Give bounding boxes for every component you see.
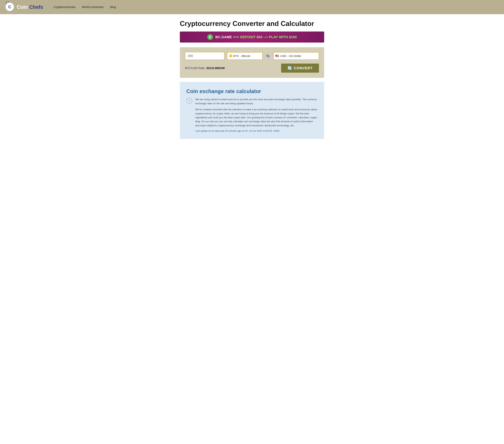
info-box: Coin exchange rate calculator i We are u… [180,82,324,139]
logo-link[interactable]: 🍳 C Coin Chefs [5,2,43,12]
nav-world-currencies[interactable]: World currencies [82,5,104,9]
converter-box: 🟡 BTC - Bitcoin ETH - Ethereum LTC - Lit… [180,47,324,78]
banner-text: BC.GAME ==> DEPOSIT $80 --> PLAY WITH $1… [215,35,297,39]
info-content: i We are using various trusted sources t… [186,97,318,132]
convert-button[interactable]: 🔄 CONVERT [281,64,319,73]
info-second-paragraph: We've created coinchefs with the intenti… [195,108,318,128]
nav-cryptocurrencies[interactable]: Cryptocurrencies [54,5,75,9]
btc-icon: 🟡 [229,54,233,58]
main-nav: Cryptocurrencies World currencies Blog [54,5,116,9]
logo-chefs: Chefs [29,4,43,10]
banner-site-name: BC.GAME [215,35,232,39]
info-icon: i [186,98,192,104]
logo-text: Coin Chefs [17,4,43,10]
rate-display: BTC/USD Rate: 30110.880336 [185,66,225,70]
promo-banner[interactable]: B BC.GAME ==> DEPOSIT $80 --> PLAY WITH … [180,32,324,42]
logo-coin: Coin [17,4,29,10]
info-first-paragraph: We are using various trusted sources to … [195,97,318,106]
converter-bottom: BTC/USD Rate: 30110.880336 🔄 CONVERT [185,64,319,73]
usd-flag-icon: 🇺🇸 [275,54,279,58]
logo-c-letter: C [8,4,11,9]
info-icon-col: i [186,98,192,104]
to-currency-wrapper: 🇺🇸 USD - US Dollar EUR - Euro GBP - Brit… [273,52,319,60]
info-update-text: Last update of our data was 34 minutes a… [195,130,318,132]
info-i-letter: i [189,99,190,103]
to-currency-select[interactable]: USD - US Dollar EUR - Euro GBP - British… [273,52,319,60]
info-text-col: We are using various trusted sources to … [195,97,318,132]
convert-button-label: CONVERT [294,66,313,70]
amount-input[interactable] [185,52,224,60]
swap-button[interactable]: ⇆ [265,52,271,59]
from-currency-wrapper: 🟡 BTC - Bitcoin ETH - Ethereum LTC - Lit… [227,52,263,60]
converter-row: 🟡 BTC - Bitcoin ETH - Ethereum LTC - Lit… [185,52,319,60]
page-title: Cryptocurrency Converter and Calculator [180,19,324,28]
logo-icon: 🍳 C [5,2,15,12]
banner-promo: ==> DEPOSIT $80 --> PLAY WITH $160 [232,35,297,39]
bcgame-logo: B [207,34,213,40]
rate-value: 30110.880336 [206,66,225,70]
logo-circle: C [5,2,14,11]
header: 🍳 C Coin Chefs Cryptocurrencies World cu… [0,0,504,14]
swap-arrows-icon: ⇆ [266,54,270,58]
main-content: Cryptocurrency Converter and Calculator … [176,14,328,147]
rate-label: BTC/USD Rate: [185,66,205,70]
bcgame-logo-letter: B [209,35,211,39]
nav-blog[interactable]: Blog [110,5,116,9]
info-title: Coin exchange rate calculator [186,88,318,94]
convert-icon: 🔄 [288,66,292,70]
